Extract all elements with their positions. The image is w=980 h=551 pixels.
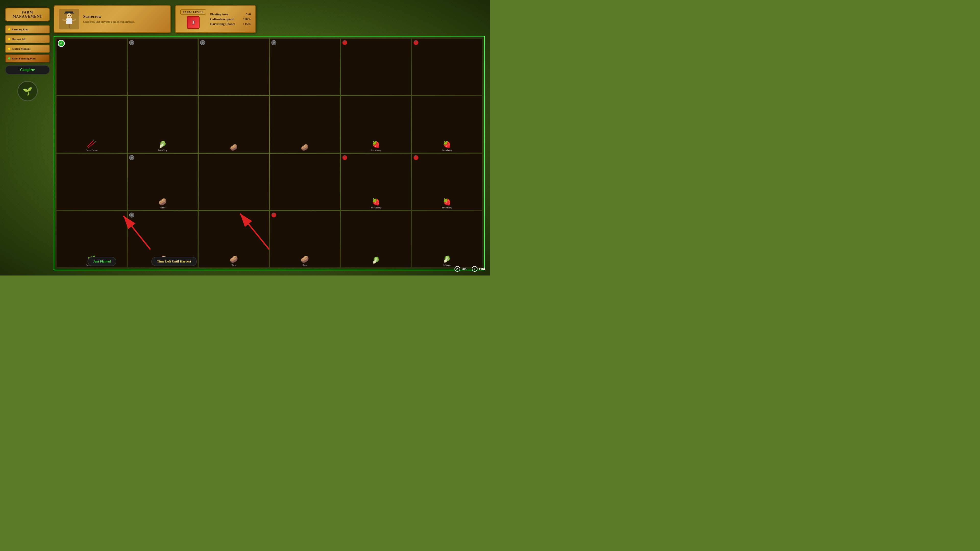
grid-cell-7: 🥬Bok Choy <box>127 96 198 152</box>
sidebar-crop-icon: 🌱 <box>18 81 38 101</box>
crop-icon-13: 🥔 <box>159 198 167 206</box>
crop-icon-6: 🥢 <box>86 139 97 148</box>
crop-icon-16: 🍓 <box>372 198 380 206</box>
content-area: Scarecrow Scarecrow that prevents a bit … <box>54 5 485 270</box>
grid-cell-6: 🥢Green Onion <box>56 96 127 152</box>
crop-icon-23: 🥬 <box>443 256 451 263</box>
grid-cell-21: 🥔Taro <box>270 211 340 268</box>
scarecrow-info: Scarecrow Scarecrow that prevents a bit … <box>83 14 135 24</box>
grid-cell-3 <box>270 38 340 95</box>
svg-line-6 <box>63 20 66 21</box>
timer-3 <box>271 40 277 46</box>
grid-cell-15 <box>270 154 340 210</box>
timer-17 <box>413 155 419 162</box>
timer-2 <box>200 40 205 46</box>
svg-point-3 <box>68 15 68 16</box>
timer-19 <box>129 212 135 219</box>
controls: ✕ OK ○ End <box>455 266 485 272</box>
crop-label-16: Strawberry <box>342 206 410 209</box>
svg-point-18 <box>130 157 133 159</box>
sidebar-title: FARM MANAGEMENT <box>5 8 50 21</box>
svg-point-2 <box>67 13 72 18</box>
crop-icon-10: 🍓 <box>372 141 380 148</box>
grid-cell-23: 🥬Cabbage <box>412 211 482 268</box>
crop-label-20: Taro <box>200 264 268 266</box>
svg-point-10 <box>130 41 133 44</box>
ok-control: ✕ OK <box>455 266 467 272</box>
grid-cell-2 <box>199 38 269 95</box>
crop-label-17: Strawberry <box>413 206 481 209</box>
crop-label-7: Bok Choy <box>129 149 197 151</box>
menu-dot-farming-plan <box>8 28 10 30</box>
crop-icon-21: 🥔 <box>301 256 309 263</box>
grid-cell-12 <box>56 154 127 210</box>
crop-icon-17: 🍓 <box>443 198 451 206</box>
crop-icon-20: 🥔 <box>230 256 238 263</box>
menu-dot-reset <box>8 57 10 59</box>
level-badge: 3 <box>187 16 200 29</box>
farm-level-label: FARM LEVEL <box>180 10 206 14</box>
top-row: Scarecrow Scarecrow that prevents a bit … <box>54 5 485 33</box>
timer-0: ✓ <box>58 40 65 47</box>
sidebar-menu: Farming Plan Harvest All Scatter Manure … <box>5 25 50 75</box>
scarecrow-panel: Scarecrow Scarecrow that prevents a bit … <box>54 5 171 33</box>
menu-item-harvest-all[interactable]: Harvest All <box>5 35 50 43</box>
end-label: End <box>479 267 485 271</box>
svg-point-22 <box>130 214 133 216</box>
grid-cell-10: 🍓Strawberry <box>341 96 411 152</box>
timer-1 <box>129 40 135 46</box>
timer-4 <box>342 40 348 46</box>
farm-level-panel: FARM LEVEL 3 Planting Area 5×8 Cultivati… <box>175 5 256 33</box>
grid-cell-5 <box>412 38 482 95</box>
svg-point-12 <box>202 41 204 44</box>
main-layout: FARM MANAGEMENT Farming Plan Harvest All… <box>0 0 490 275</box>
crop-icon-7: 🥬 <box>159 141 167 148</box>
stat-planting-area: Planting Area 5×8 <box>210 13 251 16</box>
svg-line-7 <box>72 20 76 21</box>
menu-item-farming-plan[interactable]: Farming Plan <box>5 25 50 33</box>
grid-cell-4 <box>341 38 411 95</box>
grid-cell-14 <box>199 154 269 210</box>
farm-grid: ✓ 🥢Green Onion🥬Bok Choy🥔🥔🍓Strawberry🍓Str… <box>56 38 482 268</box>
complete-badge: Complete <box>5 65 50 75</box>
crop-icon-22: 🥬 <box>372 256 380 264</box>
grid-cell-1 <box>127 38 198 95</box>
time-left-tooltip: Time Left Until Harvest <box>151 257 197 266</box>
timer-16 <box>342 155 348 162</box>
menu-dot-scatter-manure <box>8 48 10 50</box>
crop-label-21: Taro <box>271 264 339 266</box>
just-planted-tooltip: Just Planted <box>88 257 116 266</box>
ok-button-icon[interactable]: ✕ <box>455 266 460 272</box>
stat-cultivation-speed: Cultivation Speed 120% <box>210 17 251 21</box>
crop-label-6: Green Onion <box>58 149 126 151</box>
crop-label-13: Potato <box>129 206 197 209</box>
grid-cell-17: 🍓Strawberry <box>412 154 482 210</box>
ok-label: OK <box>462 267 467 271</box>
svg-point-4 <box>70 15 71 16</box>
sidebar: FARM MANAGEMENT Farming Plan Harvest All… <box>5 8 50 270</box>
end-button-icon[interactable]: ○ <box>472 266 477 272</box>
farm-grid-container: ✓ 🥢Green Onion🥬Bok Choy🥔🥔🍓Strawberry🍓Str… <box>54 36 485 270</box>
end-control: ○ End <box>472 266 485 272</box>
farm-stats: Planting Area 5×8 Cultivation Speed 120%… <box>210 13 251 26</box>
grid-cell-20: 🥔Taro <box>199 211 269 268</box>
menu-item-scatter-manure[interactable]: Scatter Manure <box>5 44 50 53</box>
grid-cell-9: 🥔 <box>270 96 340 152</box>
menu-item-reset-farming-plan[interactable]: Reset Farming Plan <box>5 54 50 62</box>
grid-cell-8: 🥔 <box>199 96 269 152</box>
grid-cell-13: 🥔Potato <box>127 154 198 210</box>
timer-13 <box>129 155 135 162</box>
timer-21 <box>271 212 277 219</box>
crop-label-11: Strawberry <box>413 149 481 151</box>
timer-5 <box>413 40 419 46</box>
svg-rect-5 <box>66 18 72 24</box>
grid-cell-11: 🍓Strawberry <box>412 96 482 152</box>
grid-cell-0: ✓ <box>56 38 127 95</box>
crop-label-10: Strawberry <box>342 149 410 151</box>
crop-icon-11: 🍓 <box>443 141 451 148</box>
scarecrow-icon <box>59 9 80 29</box>
stat-harvesting-chance: Harvesting Chance +15% <box>210 22 251 26</box>
svg-point-14 <box>273 41 275 44</box>
grid-cell-16: 🍓Strawberry <box>341 154 411 210</box>
menu-dot-harvest-all <box>8 38 10 40</box>
